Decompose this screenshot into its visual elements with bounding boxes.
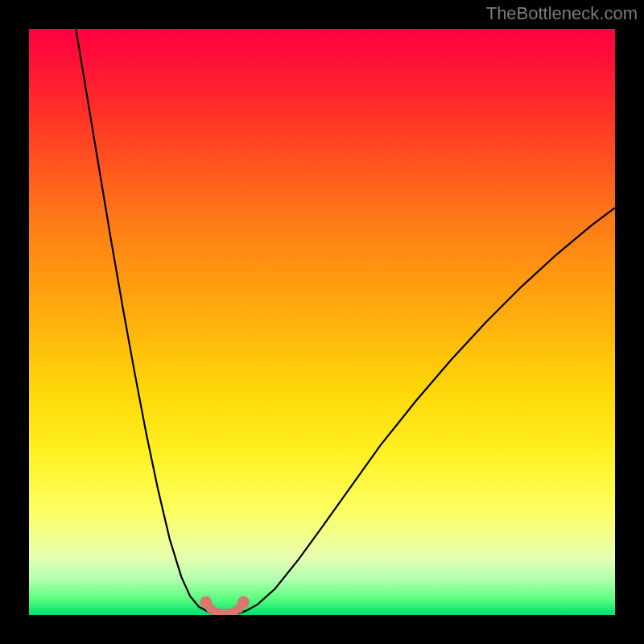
watermark: TheBottleneck.com	[486, 3, 638, 24]
curve-layer	[29, 29, 615, 615]
left-branch-curve	[76, 29, 213, 614]
right-branch-curve	[237, 208, 615, 614]
bottom-marker	[237, 596, 250, 608]
chart-container: TheBottleneck.com	[0, 0, 644, 644]
